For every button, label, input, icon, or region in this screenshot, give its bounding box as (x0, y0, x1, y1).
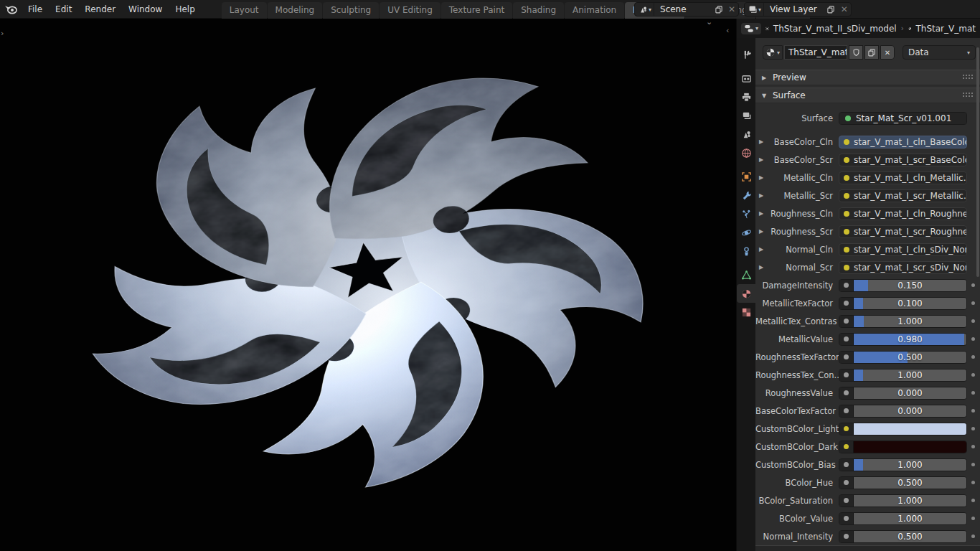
surface-shader-field[interactable]: Star_Mat_Scr_v01.001 (839, 112, 967, 125)
render-viewport[interactable]: › ⌄ ‹ (0, 19, 736, 551)
texture-name-button[interactable]: star_V_mat_I_scr_Roughnes... (839, 225, 967, 238)
expand-arrow-icon[interactable]: ▶ (755, 228, 767, 235)
workspace-tab-layout[interactable]: Layout (222, 2, 267, 19)
scene-name[interactable]: Scene (654, 4, 712, 14)
socket-toggle-button[interactable] (839, 387, 854, 399)
expand-arrow-icon[interactable]: ▶ (755, 264, 767, 270)
property-field[interactable]: 0.500 (839, 530, 967, 543)
expand-arrow-icon[interactable]: ▶ (755, 174, 767, 181)
workspace-tab-uv-editing[interactable]: UV Editing (380, 2, 440, 19)
animate-decorator-dot[interactable] (971, 337, 975, 341)
workspace-tab-sculpting[interactable]: Sculpting (323, 2, 379, 19)
socket-toggle-button[interactable] (839, 316, 854, 327)
animate-decorator-dot[interactable] (971, 481, 975, 484)
value-slider[interactable]: 0.100 (854, 298, 966, 309)
property-field[interactable]: 0.980 (839, 333, 967, 346)
surface-panel-header[interactable]: ▼ Surface (755, 88, 980, 103)
socket-toggle-button[interactable] (839, 459, 854, 471)
property-field[interactable]: 0.150 (839, 279, 967, 292)
animate-decorator-dot[interactable] (971, 373, 975, 377)
animate-decorator-dot[interactable] (971, 427, 975, 430)
material-slot-dropdown[interactable]: Data ▾ (903, 45, 976, 60)
value-slider[interactable]: 0.500 (854, 352, 966, 363)
panel-scrollbar[interactable] (976, 47, 979, 277)
material-browse-button[interactable]: ▾ (763, 45, 783, 60)
socket-toggle-button[interactable] (839, 280, 854, 291)
value-slider[interactable]: 1.000 (854, 513, 966, 524)
panel-drag-grip[interactable] (963, 93, 974, 98)
expand-arrow-icon[interactable]: ▶ (755, 246, 767, 253)
property-field[interactable] (839, 441, 967, 453)
socket-toggle-button[interactable] (839, 423, 854, 435)
unlink-material-button[interactable]: ✕ (880, 45, 895, 60)
texture-name-button[interactable]: star_V_mat_I_scr_sDiv_Nor... (839, 261, 967, 274)
fake-user-shield-button[interactable] (849, 45, 863, 60)
property-field[interactable]: 0.500 (839, 476, 967, 489)
socket-toggle-button[interactable] (839, 369, 854, 381)
property-field[interactable]: 1.000 (839, 458, 967, 471)
editor-type-button[interactable]: ▾ (741, 23, 761, 34)
color-swatch[interactable] (854, 441, 966, 453)
texture-slot-field[interactable]: star_V_mat_I_cln_BaseColor... (839, 136, 967, 149)
texture-slot-field[interactable]: star_V_mat_I_scr_sDiv_Nor... (839, 261, 967, 274)
expand-arrow-icon[interactable]: ▶ (755, 192, 767, 199)
socket-toggle-button[interactable] (839, 513, 854, 524)
texture-slot-field[interactable]: star_V_mat_I_scr_Roughnes... (839, 225, 967, 238)
blender-logo-icon[interactable] (0, 4, 22, 14)
animate-decorator-dot[interactable] (971, 283, 975, 287)
scene-browse-button[interactable]: ▾ (635, 3, 654, 16)
properties-tab-modifiers[interactable] (737, 186, 755, 204)
texture-slot-field[interactable]: star_V_mat_I_scr_Metallic.p... (839, 189, 967, 202)
animate-decorator-dot[interactable] (971, 355, 975, 359)
value-slider[interactable]: 0.000 (854, 405, 966, 417)
menu-edit[interactable]: Edit (49, 4, 78, 14)
workspace-tab-animation[interactable]: Animation (565, 2, 624, 19)
socket-toggle-button[interactable] (839, 477, 854, 489)
value-slider[interactable]: 1.000 (854, 459, 966, 471)
socket-toggle-button[interactable] (839, 352, 854, 363)
header-collapse-chevron[interactable]: ⌄ (706, 17, 712, 27)
properties-tab-view-layer[interactable] (737, 106, 755, 125)
value-slider[interactable]: 0.500 (854, 531, 966, 542)
texture-name-button[interactable]: star_V_mat_I_scr_BaseColor... (839, 154, 967, 166)
texture-name-button[interactable]: star_V_mat_I_scr_Metallic.p... (839, 189, 967, 202)
workspace-tab-texture-paint[interactable]: Texture Paint (441, 2, 512, 19)
properties-tab-texture[interactable] (737, 303, 755, 321)
panel-drag-grip[interactable] (963, 75, 974, 80)
property-field[interactable]: 0.500 (839, 351, 967, 364)
preview-panel-header[interactable]: ▶ Preview (755, 70, 980, 85)
properties-tab-tool[interactable] (737, 45, 755, 64)
value-slider[interactable]: 0.980 (854, 334, 966, 345)
properties-tab-world[interactable] (737, 143, 755, 162)
animate-decorator-dot[interactable] (971, 301, 975, 305)
property-field[interactable]: 0.000 (839, 405, 967, 418)
animate-decorator-dot[interactable] (971, 391, 975, 395)
texture-name-button[interactable]: star_V_mat_I_cln_BaseColor... (839, 136, 967, 149)
view-layer-unlink-button[interactable]: ✕ (838, 4, 851, 14)
value-slider[interactable]: 0.000 (854, 387, 966, 399)
sidebar-expand-chevron[interactable]: ‹ (726, 26, 729, 35)
socket-toggle-button[interactable] (839, 334, 854, 345)
view-layer-name[interactable]: View Layer (764, 4, 824, 14)
texture-slot-field[interactable]: star_V_mat_I_cln_sDiv_Nor... (839, 243, 967, 256)
value-slider[interactable]: 1.000 (854, 495, 966, 507)
menu-window[interactable]: Window (122, 4, 169, 14)
scene-copy-button[interactable] (712, 5, 725, 14)
value-slider[interactable]: 0.150 (854, 280, 966, 291)
property-field[interactable]: 1.000 (839, 315, 967, 328)
animate-decorator-dot[interactable] (971, 517, 975, 520)
workspace-tab-shading[interactable]: Shading (513, 2, 564, 19)
value-slider[interactable]: 1.000 (854, 316, 966, 327)
socket-toggle-button[interactable] (839, 441, 854, 453)
menu-file[interactable]: File (22, 4, 49, 14)
texture-slot-field[interactable]: star_V_mat_I_cln_Roughnes... (839, 207, 967, 220)
new-material-copy-button[interactable] (864, 45, 879, 60)
value-slider[interactable]: 1.000 (854, 369, 966, 381)
animate-decorator-dot[interactable] (971, 409, 975, 413)
socket-toggle-button[interactable] (839, 531, 854, 542)
property-field[interactable] (839, 423, 967, 435)
property-field[interactable]: 0.000 (839, 387, 967, 400)
texture-name-button[interactable]: star_V_mat_I_cln_Metallic.p... (839, 171, 967, 184)
workspace-tab-modeling[interactable]: Modeling (268, 2, 323, 19)
expand-arrow-icon[interactable]: ▶ (755, 210, 767, 217)
